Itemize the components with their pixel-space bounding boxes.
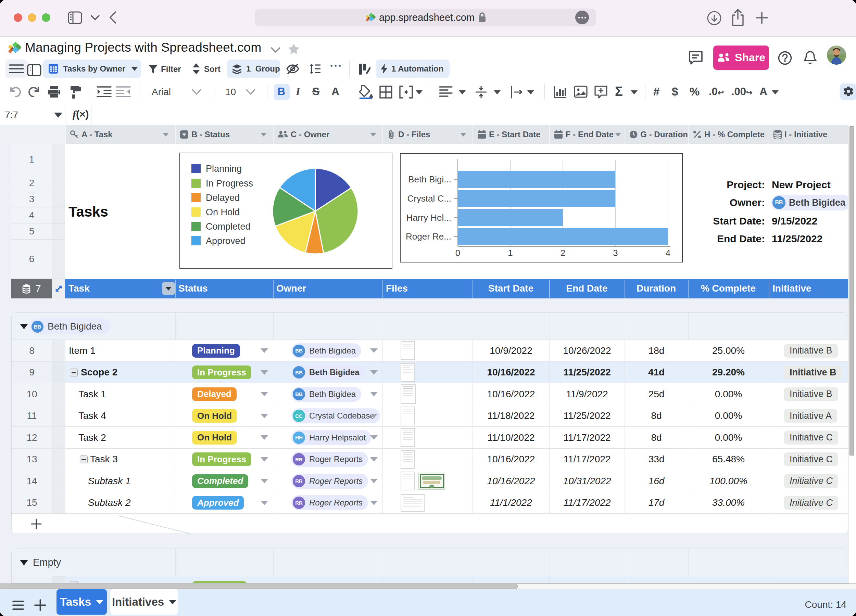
svg-text:Beth Bigi...: Beth Bigi...	[408, 174, 451, 184]
svg-text:Roger Re...: Roger Re...	[406, 231, 451, 241]
svg-text:Harry Hel...: Harry Hel...	[406, 212, 451, 223]
svg-text:2: 2	[560, 248, 565, 258]
svg-text:4: 4	[666, 248, 670, 258]
svg-text:Crystal C...: Crystal C...	[407, 194, 451, 204]
svg-text:1: 1	[508, 248, 513, 258]
svg-text:0: 0	[456, 248, 460, 258]
svg-text:3: 3	[613, 248, 618, 258]
